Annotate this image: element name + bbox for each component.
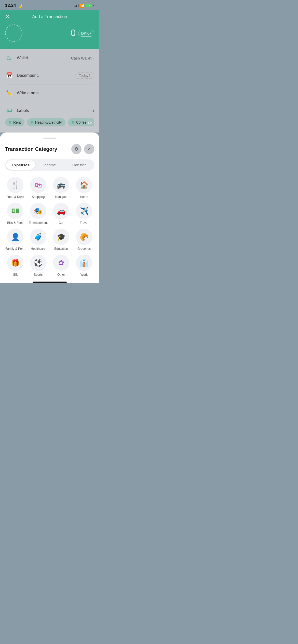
home-icon: 🏠 [80,181,89,189]
sheet-handle [43,138,56,139]
amount-row: 0 DKK ▾ [5,24,94,42]
travel-icon-wrap: ✈️ [76,203,92,219]
shopping-icon: 🛍 [35,181,42,189]
category-grid: 🍴 Food & Drink 🛍 Shopping 🚌 Transport 🏠 … [5,177,94,276]
category-family[interactable]: 👤 Family & Per... [5,229,25,251]
category-transport[interactable]: 🚌 Transport [51,177,71,199]
tab-transfer[interactable]: Transfer [64,160,93,170]
chip-dot [31,121,33,124]
category-gift[interactable]: 🎁 Gift [5,255,25,276]
transport-icon: 🚌 [57,181,66,189]
currency-selector[interactable]: DKK ▾ [78,30,94,37]
wallet-row-left: 🗂 Wallet [5,54,28,62]
bills-label: Bills & Fees [7,221,23,225]
transport-label: Transport [55,195,68,199]
groceries-icon: 🥐 [80,233,89,241]
category-sports[interactable]: ⚽ Sports [28,255,48,276]
labels-header: 🏷 Labels › [5,107,94,115]
note-row-left: ✏️ Write a note [5,89,39,97]
bills-icon: 💵 [11,207,19,215]
bottom-sheet: Transaction Category ⚙ ✓ Expenses Income… [0,133,99,283]
category-healthcare[interactable]: 🧳 Healthcare [28,229,48,251]
gift-icon-wrap: 🎁 [7,255,23,271]
chip-rent[interactable]: Rent [5,118,24,126]
sheet-actions: ⚙ ✓ [71,144,94,154]
status-icons: 📶 ⚡ [74,4,94,8]
status-time: 12.24 [5,3,16,8]
category-work[interactable]: 👔 Work [74,255,94,276]
chip-label: Rent [13,120,21,124]
battery: ⚡ [86,4,94,7]
wallet-value: Cash Wallet [71,56,91,60]
chip-dot [72,121,74,124]
food-drink-icon-wrap: 🍴 [7,177,23,193]
category-education[interactable]: 🎓 Education [51,229,71,251]
healthcare-label: Healthcare [31,247,46,251]
food-drink-icon: 🍴 [11,181,20,189]
currency-chevron-icon: ▾ [90,32,91,35]
chip-coffee[interactable]: Coffee ☕ [68,118,94,126]
entertainment-icon: 🎭 [34,207,43,215]
tab-transfer-label: Transfer [72,163,86,167]
gift-label: Gift [13,273,18,276]
gift-icon: 🎁 [11,259,20,267]
category-food-drink[interactable]: 🍴 Food & Drink [5,177,25,199]
today-pill[interactable]: Today? [75,72,94,79]
category-groceries[interactable]: 🥐 Groceries [74,229,94,251]
category-bills[interactable]: 💵 Bills & Fees [5,203,25,225]
date-row[interactable]: 📅 December 1 Today? [5,67,94,84]
note-label: Write a note [17,91,39,95]
category-travel[interactable]: ✈️ Travel [74,203,94,225]
car-icon: 🚗 [57,207,66,215]
tab-income[interactable]: Income [35,160,64,170]
labels-label: Labels [17,108,29,113]
header-section: ✕ Add a Transaction 0 DKK ▾ [0,10,99,49]
travel-label: Travel [80,221,88,225]
header-title: Add a Transaction [32,14,67,19]
sports-icon-wrap: ⚽ [30,255,46,271]
confirm-button[interactable]: ✓ [84,144,94,154]
groceries-label: Groceries [77,247,91,251]
wallet-icon: 🗂 [5,54,13,62]
chip-heating[interactable]: Heating/Eletricity [27,118,65,126]
category-home[interactable]: 🏠 Home [74,177,94,199]
note-row[interactable]: ✏️ Write a note [5,84,94,102]
moon-icon: 🌙 [18,3,22,8]
car-label: Car [59,221,63,225]
family-icon-wrap: 👤 [7,229,23,245]
header-top: ✕ Add a Transaction [5,14,94,19]
tab-income-label: Income [43,163,56,167]
category-car[interactable]: 🚗 Car [51,203,71,225]
chip-label: Coffee ☕ [76,120,92,124]
healthcare-icon: 🧳 [34,233,43,241]
category-other[interactable]: ✿ Other [51,255,71,276]
work-label: Work [80,273,88,276]
wallet-chevron-icon: › [93,56,94,60]
transport-icon-wrap: 🚌 [53,177,69,193]
food-drink-label: Food & Drink [6,195,24,199]
chips-row: Rent Heating/Eletricity Coffee ☕ W... [5,118,94,126]
category-entertainment[interactable]: 🎭 Entertainment [28,203,48,225]
avatar-circle[interactable] [5,24,22,42]
tab-expenses-label: Expenses [12,163,30,167]
check-icon: ✓ [87,146,91,152]
shopping-icon-wrap: 🛍 [30,177,46,193]
tab-expenses[interactable]: Expenses [6,160,35,170]
amount-value[interactable]: 0 [71,28,76,38]
amount-currency: 0 DKK ▾ [71,28,94,38]
category-shopping[interactable]: 🛍 Shopping [28,177,48,199]
wallet-row[interactable]: 🗂 Wallet Cash Wallet › [5,49,94,67]
sheet-header: Transaction Category ⚙ ✓ [5,144,94,154]
form-section: 🗂 Wallet Cash Wallet › 📅 December 1 Toda… [0,49,99,133]
settings-button[interactable]: ⚙ [71,144,82,154]
close-button[interactable]: ✕ [5,13,10,20]
other-icon: ✿ [58,259,64,267]
chip-label: Heating/Eletricity [35,120,62,124]
labels-chevron-icon: › [93,108,94,113]
wallet-right: Cash Wallet › [71,56,94,60]
other-label: Other [57,273,65,276]
family-icon: 👤 [11,233,20,241]
tab-switcher: Expenses Income Transfer [5,159,94,171]
education-icon-wrap: 🎓 [53,229,69,245]
date-row-left: 📅 December 1 [5,71,39,80]
